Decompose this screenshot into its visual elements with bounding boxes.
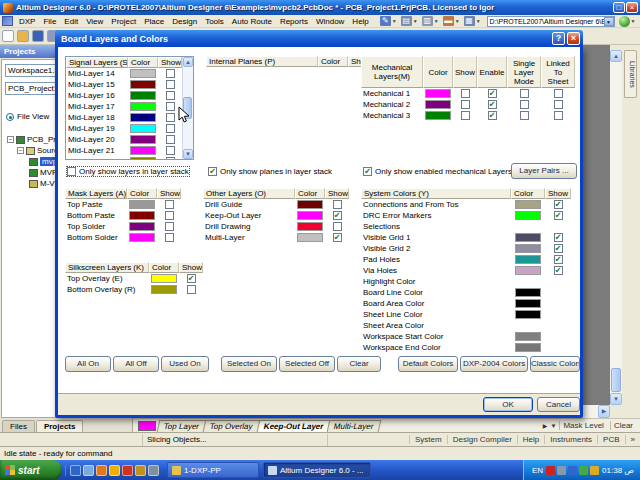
window-close-button[interactable]: × — [626, 2, 638, 13]
collapse-icon[interactable]: − — [17, 147, 24, 154]
align-tool-icon-dropdown[interactable]: ▼ — [455, 18, 460, 24]
color-swatch[interactable] — [515, 233, 541, 242]
clear-button[interactable]: Clear — [337, 356, 381, 372]
single-checkbox[interactable] — [520, 100, 529, 109]
volume-icon[interactable] — [557, 466, 566, 475]
open-document-icon[interactable] — [17, 30, 29, 42]
show-checkbox[interactable] — [166, 124, 175, 133]
messenger-icon[interactable] — [109, 465, 120, 476]
menu-item-view[interactable]: View — [82, 16, 107, 27]
show-checkbox[interactable] — [165, 211, 174, 220]
show-checkbox[interactable] — [166, 91, 175, 100]
default-colors-button[interactable]: Default Colors — [398, 356, 458, 372]
vertical-scroll-thumb[interactable] — [611, 368, 621, 392]
libraries-panel-tab[interactable]: Libraries — [624, 50, 637, 98]
scroll-up-icon[interactable]: ▲ — [183, 57, 193, 67]
signal-layers-scrollbar[interactable]: ▲ ▼ — [182, 57, 193, 159]
save-icon[interactable] — [32, 30, 44, 42]
all-on-button[interactable]: All On — [65, 356, 111, 372]
menu-item-help[interactable]: Help — [348, 16, 372, 27]
color-swatch[interactable] — [130, 146, 156, 155]
color-swatch[interactable] — [515, 332, 541, 341]
update-icon[interactable] — [590, 466, 599, 475]
show-checkbox[interactable] — [166, 102, 175, 111]
wiring-tool-icon[interactable]: ✎ — [380, 16, 391, 26]
scheduler-icon[interactable] — [579, 466, 588, 475]
color-swatch[interactable] — [515, 211, 541, 220]
menu-item-design[interactable]: Design — [168, 16, 201, 27]
show-checkbox[interactable]: ✔ — [554, 233, 563, 242]
show-checkbox[interactable] — [166, 113, 175, 122]
collapse-icon[interactable]: − — [7, 136, 14, 143]
status-button-instruments[interactable]: Instruments — [544, 435, 597, 444]
web-home-icon[interactable] — [619, 16, 630, 27]
enable-checkbox[interactable]: ✔ — [488, 100, 497, 109]
panel-tab-files[interactable]: Files — [2, 420, 35, 432]
only-show-mechanical-checkbox[interactable]: ✔ — [363, 167, 372, 176]
outlook-icon[interactable] — [83, 465, 94, 476]
show-checkbox[interactable]: ✔ — [187, 274, 196, 283]
mask-clear-button[interactable]: Clear — [610, 421, 636, 430]
show-checkbox[interactable] — [187, 285, 196, 294]
show-checkbox[interactable] — [333, 200, 342, 209]
show-checkbox[interactable]: ✔ — [554, 255, 563, 264]
color-swatch[interactable] — [515, 343, 541, 352]
status-button-help[interactable]: Help — [517, 435, 544, 444]
color-swatch[interactable] — [130, 80, 156, 89]
file-view-radio[interactable] — [6, 113, 14, 121]
classic-colors-button[interactable]: Classic Colors — [530, 356, 580, 372]
all-off-button[interactable]: All Off — [113, 356, 159, 372]
layer-tab-keep-out-layer[interactable]: Keep-Out Layer — [257, 420, 331, 432]
panel-tab-projects[interactable]: Projects — [36, 420, 84, 432]
path-combobox[interactable]: D:\PROTEL2007\Altium Designer 6\Ex ▼ — [487, 16, 615, 27]
show-checkbox[interactable] — [165, 233, 174, 242]
color-swatch[interactable] — [151, 274, 177, 283]
menu-item-auto-route[interactable]: Auto Route — [228, 16, 276, 27]
taskbar-task-folder[interactable]: 1-DXP-PP — [167, 462, 259, 478]
show-checkbox[interactable]: ✔ — [333, 211, 342, 220]
msn-icon[interactable] — [96, 465, 107, 476]
show-checkbox[interactable]: ✔ — [554, 244, 563, 253]
find-tool-icon-dropdown[interactable]: ▼ — [434, 18, 439, 24]
show-checkbox[interactable] — [461, 111, 470, 120]
status-button-system[interactable]: System — [409, 435, 447, 444]
layer-tab-multi-layer[interactable]: Multi-Layer — [327, 420, 381, 432]
linked-checkbox[interactable] — [554, 111, 563, 120]
color-swatch[interactable] — [297, 211, 323, 220]
menu-item-project[interactable]: Project — [107, 16, 140, 27]
layer-tab-top-layer[interactable]: Top Layer — [157, 420, 207, 432]
show-checkbox[interactable] — [165, 222, 174, 231]
ok-button[interactable]: OK — [483, 397, 533, 412]
color-swatch[interactable] — [515, 266, 541, 275]
editor-vertical-scrollbar[interactable]: ▲ ▼ — [610, 50, 622, 405]
color-swatch[interactable] — [129, 211, 155, 220]
color-swatch[interactable] — [130, 102, 156, 111]
find-tool-icon[interactable]: ▥ — [422, 16, 433, 26]
show-checkbox[interactable]: ✔ — [554, 266, 563, 275]
media-player-icon[interactable] — [122, 465, 133, 476]
dialog-close-button[interactable]: × — [567, 32, 580, 45]
only-show-layers-checkbox[interactable] — [67, 167, 76, 176]
layer-tab-top-overlay[interactable]: Top Overlay — [203, 420, 260, 432]
show-checkbox[interactable] — [166, 69, 175, 78]
color-swatch[interactable] — [515, 288, 541, 297]
color-swatch[interactable] — [425, 111, 451, 120]
scroll-right-icon[interactable]: ▶ — [598, 405, 610, 418]
color-swatch[interactable] — [515, 310, 541, 319]
folder-icon[interactable] — [135, 465, 146, 476]
color-swatch[interactable] — [425, 100, 451, 109]
window-restore-button[interactable]: □ — [613, 2, 625, 13]
start-button[interactable]: start — [0, 460, 62, 480]
color-swatch[interactable] — [515, 244, 541, 253]
enable-checkbox[interactable]: ✔ — [488, 111, 497, 120]
enable-checkbox[interactable]: ✔ — [488, 89, 497, 98]
color-swatch[interactable] — [130, 157, 156, 160]
color-swatch[interactable] — [151, 285, 177, 294]
single-checkbox[interactable] — [520, 111, 529, 120]
taskbar-task-altium[interactable]: Altium Designer 6.0 - ... — [263, 462, 371, 478]
show-checkbox[interactable] — [165, 200, 174, 209]
color-swatch[interactable] — [129, 233, 155, 242]
web-home-dropdown-icon[interactable]: ▼ — [631, 18, 636, 24]
show-checkbox[interactable] — [461, 89, 470, 98]
menu-item-dxp[interactable]: DXP — [15, 16, 39, 27]
